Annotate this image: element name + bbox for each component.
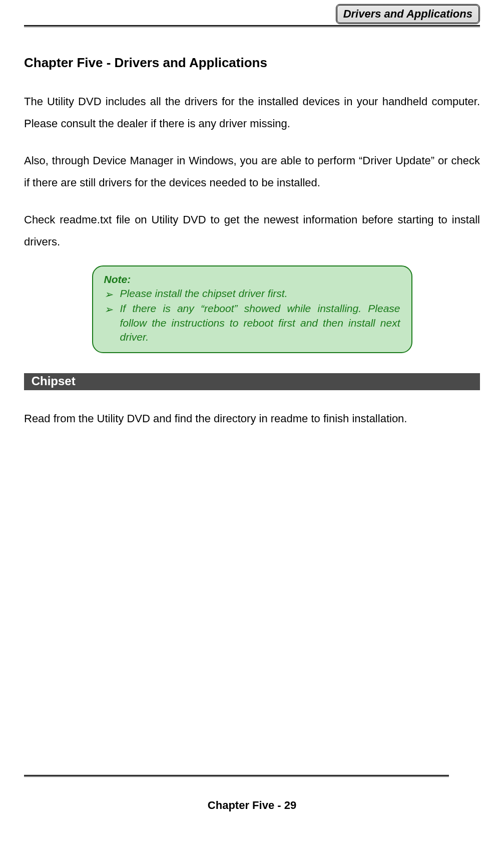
chapter-title: Chapter Five - Drivers and Applications bbox=[24, 55, 480, 71]
note-list: ➢ Please install the chipset driver firs… bbox=[104, 287, 400, 344]
header-badge: Drivers and Applications bbox=[336, 4, 480, 24]
header-rule bbox=[24, 25, 480, 27]
page-header: Drivers and Applications bbox=[24, 0, 480, 40]
note-item-text: Please install the chipset driver first. bbox=[120, 287, 400, 301]
section-heading-text: Chipset bbox=[32, 374, 76, 388]
note-item-text: If there is any “reboot” showed while in… bbox=[120, 302, 400, 344]
arrow-icon: ➢ bbox=[104, 303, 113, 317]
page-footer: Chapter Five - 29 bbox=[0, 799, 504, 812]
note-label: Note: bbox=[104, 273, 400, 286]
note-item-2: ➢ If there is any “reboot” showed while … bbox=[104, 302, 400, 344]
footer-rule bbox=[24, 775, 449, 777]
note-item-1: ➢ Please install the chipset driver firs… bbox=[104, 287, 400, 302]
section-heading-chipset: Chipset bbox=[24, 373, 480, 390]
intro-paragraph-2: Also, through Device Manager in Windows,… bbox=[24, 150, 480, 194]
note-box: Note: ➢ Please install the chipset drive… bbox=[92, 265, 412, 353]
intro-paragraph-3: Check readme.txt file on Utility DVD to … bbox=[24, 209, 480, 253]
chipset-paragraph: Read from the Utility DVD and find the d… bbox=[24, 408, 480, 430]
intro-paragraph-1: The Utility DVD includes all the drivers… bbox=[24, 91, 480, 135]
page-content: Chapter Five - Drivers and Applications … bbox=[0, 40, 504, 430]
arrow-icon: ➢ bbox=[104, 288, 113, 302]
